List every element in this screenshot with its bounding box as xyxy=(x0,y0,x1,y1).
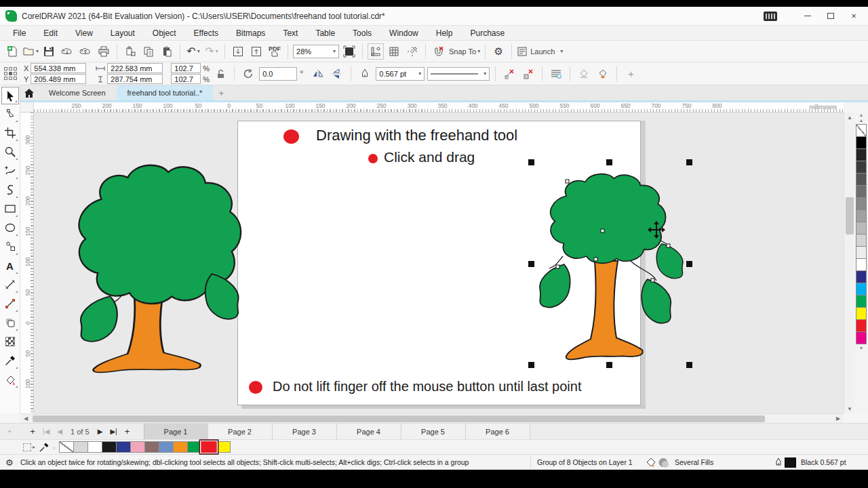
palette-scroll-up-icon[interactable]: ▲ xyxy=(859,113,864,118)
wrap-text-off-icon[interactable] xyxy=(576,66,592,82)
tool-parallel-dimension[interactable] xyxy=(1,275,19,294)
home-tab-icon[interactable] xyxy=(20,85,38,100)
swatch-pink[interactable] xyxy=(130,441,145,453)
horizontal-scrollbar[interactable]: ◀ ▶ xyxy=(20,413,844,423)
menu-purchase[interactable]: Purchase xyxy=(461,26,513,40)
close-button[interactable]: × xyxy=(844,9,864,24)
lock-ratio-icon[interactable] xyxy=(212,66,229,82)
snap-off-icon[interactable] xyxy=(431,43,447,60)
palette-scroll-down-icon[interactable]: ▼ xyxy=(859,346,864,351)
menu-view[interactable]: View xyxy=(66,26,102,40)
swatch-gray-40[interactable] xyxy=(856,209,867,222)
launch-button[interactable]: Launch▾ xyxy=(517,43,563,60)
palette-scroll-left-icon[interactable]: ‹ xyxy=(53,443,56,451)
swatch-red[interactable] xyxy=(856,319,867,332)
swatch-red[interactable] xyxy=(199,439,218,454)
page-tab-1[interactable]: Page 1 xyxy=(144,424,208,440)
menu-effects[interactable]: Effects xyxy=(185,26,227,40)
swatch-gray-20[interactable] xyxy=(856,234,867,247)
new-document-icon[interactable] xyxy=(4,43,20,60)
palette-flyout-icon[interactable]: ▸ xyxy=(33,444,35,450)
selection-handle[interactable] xyxy=(528,261,534,267)
mirror-horizontal-icon[interactable] xyxy=(310,66,326,82)
open-document-icon[interactable]: ▾ xyxy=(22,43,39,60)
swatch-cornflower[interactable] xyxy=(159,441,174,453)
page-tab-6[interactable]: Page 6 xyxy=(466,424,530,440)
tool-zoom[interactable] xyxy=(1,142,19,161)
scroll-down-icon[interactable]: ▼ xyxy=(844,404,855,413)
print-icon[interactable] xyxy=(96,43,112,60)
no-color-swatch[interactable] xyxy=(856,124,867,137)
swatch-gray-80[interactable] xyxy=(856,161,867,174)
tool-ellipse[interactable] xyxy=(1,218,19,237)
tool-shape[interactable] xyxy=(1,104,19,123)
menu-bitmaps[interactable]: Bitmaps xyxy=(227,26,274,40)
swatch-white[interactable] xyxy=(87,441,102,453)
zoom-to-page-icon[interactable] xyxy=(341,43,357,60)
swatch-gray-90[interactable] xyxy=(856,148,867,161)
menu-file[interactable]: File xyxy=(4,26,35,40)
swatch-magenta[interactable] xyxy=(856,331,867,344)
add-page-button-2[interactable]: + xyxy=(121,426,134,436)
rotation-angle-field[interactable]: 0.0 xyxy=(259,67,297,81)
show-grid-icon[interactable] xyxy=(386,43,402,60)
menu-window[interactable]: Window xyxy=(380,26,427,40)
options-gear-button[interactable]: ⚙ xyxy=(490,43,507,60)
object-height-field[interactable]: 287.754 mm xyxy=(107,74,163,84)
tool-transparency[interactable] xyxy=(1,332,19,351)
page-tab-5[interactable]: Page 5 xyxy=(401,424,466,440)
remove-outline-icon[interactable] xyxy=(501,66,517,82)
swatch-blue[interactable] xyxy=(856,270,867,283)
y-position-field[interactable]: 205.489 mm xyxy=(31,74,86,84)
previous-page-button[interactable]: ◀ xyxy=(53,428,66,435)
swatch-gray-10[interactable] xyxy=(856,246,867,259)
scale-x-field[interactable]: 102.7 xyxy=(171,63,201,73)
palette-eyedropper-icon[interactable] xyxy=(39,443,49,452)
swatch-gray-60[interactable] xyxy=(856,185,867,198)
x-position-field[interactable]: 554.338 mm xyxy=(31,63,86,73)
redo-button[interactable]: ↷▾ xyxy=(203,43,220,60)
tool-freehand[interactable] xyxy=(1,161,19,180)
canvas-subheading-text[interactable]: Click and drag xyxy=(384,149,475,165)
tree-drawing-right[interactable] xyxy=(522,169,698,373)
tool-connector[interactable] xyxy=(1,294,19,313)
mirror-vertical-icon[interactable] xyxy=(329,66,345,82)
paste-icon[interactable] xyxy=(159,43,175,60)
save-icon[interactable] xyxy=(41,43,57,60)
tool-drop-shadow[interactable] xyxy=(1,313,19,332)
vertical-scrollbar[interactable]: ▲ ▼ xyxy=(844,113,854,413)
selection-handle[interactable] xyxy=(606,362,612,368)
tab-welcome-screen[interactable]: Welcome Screen xyxy=(38,85,117,100)
vertical-scroll-thumb[interactable] xyxy=(846,197,854,235)
page-tab-4[interactable]: Page 4 xyxy=(337,424,401,440)
vertical-ruler[interactable]: 30025020015010050050100 millimeters xyxy=(20,113,34,413)
object-width-field[interactable]: 222.583 mm xyxy=(107,63,163,73)
minimize-button[interactable] xyxy=(797,9,818,24)
tool-pick[interactable] xyxy=(1,87,19,104)
pin-pages-icon[interactable]: + xyxy=(3,428,16,435)
add-page-button[interactable]: + xyxy=(26,426,39,436)
menu-edit[interactable]: Edit xyxy=(35,26,66,40)
status-gear-icon[interactable]: ⚙ xyxy=(5,458,14,468)
swatch-orange[interactable] xyxy=(173,441,188,453)
swatch-white[interactable] xyxy=(856,258,867,271)
selection-handle[interactable] xyxy=(528,159,534,165)
selection-handle[interactable] xyxy=(686,362,692,368)
publish-pdf-icon[interactable]: PDF xyxy=(267,43,283,60)
tool-crop[interactable] xyxy=(1,123,19,142)
menu-text[interactable]: Text xyxy=(274,26,307,40)
no-color-swatch[interactable] xyxy=(59,441,74,453)
menu-object[interactable]: Object xyxy=(144,26,185,40)
import-icon[interactable] xyxy=(230,43,246,60)
touch-keyboard-icon[interactable] xyxy=(764,12,777,21)
export-icon[interactable] xyxy=(248,43,264,60)
selection-handle[interactable] xyxy=(686,159,692,165)
copy-icon[interactable] xyxy=(140,43,157,60)
last-page-button[interactable]: ▶| xyxy=(107,428,121,435)
next-page-button[interactable]: ▶ xyxy=(94,428,107,435)
menu-tools[interactable]: Tools xyxy=(344,26,380,40)
cloud-upload-icon[interactable] xyxy=(77,43,94,60)
swatch-cyan[interactable] xyxy=(856,283,867,296)
swatch-green[interactable] xyxy=(856,295,867,308)
palette-scroll-up-icon[interactable]: ▲ xyxy=(859,118,864,123)
